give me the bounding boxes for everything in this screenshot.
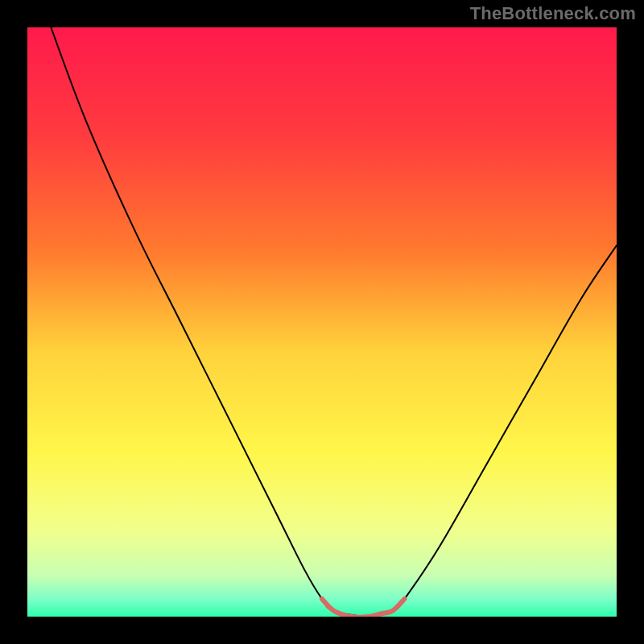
- valley-highlight: [322, 599, 405, 617]
- plot-area: [27, 27, 617, 617]
- watermark-text: TheBottleneck.com: [470, 3, 636, 24]
- bottleneck-curve: [51, 27, 617, 617]
- curve-layer: [27, 27, 617, 617]
- chart-frame: TheBottleneck.com: [0, 0, 644, 644]
